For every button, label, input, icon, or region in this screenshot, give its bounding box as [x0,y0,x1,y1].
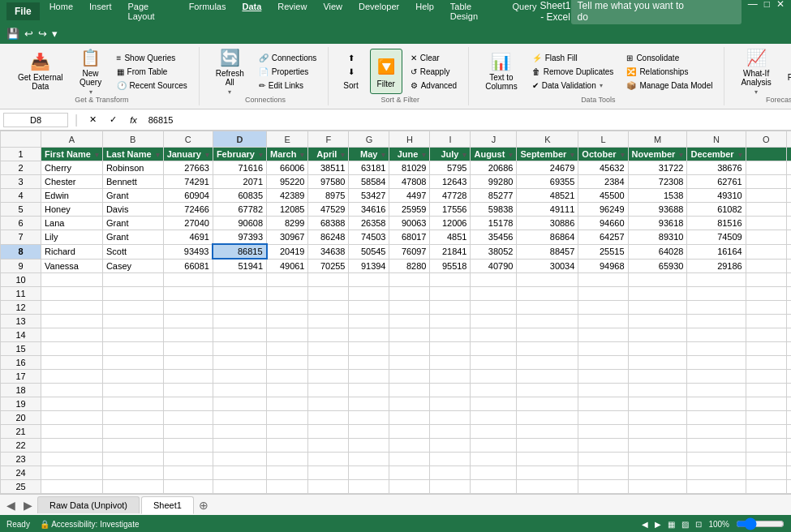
manage-data-button[interactable]: 📦 Manage Data Model [621,79,717,92]
cell-m8[interactable]: 64028 [628,244,687,259]
cell-o9[interactable] [746,259,786,273]
cell-c7[interactable]: 4691 [163,230,213,245]
cell-h6[interactable]: 90063 [389,217,430,230]
tab-review[interactable]: Review [274,0,310,23]
cell-e8[interactable]: 20419 [267,244,308,259]
cell-h8[interactable]: 76097 [389,244,430,259]
header-march[interactable]: March ▾ [267,148,308,161]
cell-e3[interactable]: 95220 [267,175,308,189]
get-external-data-button[interactable]: 📥 Get ExternalData [11,49,70,94]
cell-e6[interactable]: 8299 [267,217,308,230]
cell-g6[interactable]: 26358 [349,217,389,230]
cell-m2[interactable]: 31722 [628,161,687,175]
remove-dup-button[interactable]: 🗑 Remove Duplicates [527,66,619,78]
recent-sources-button[interactable]: 🕐 Recent Sources [112,79,192,92]
cell-m5[interactable]: 93688 [628,203,687,217]
cell-d5[interactable]: 67782 [213,203,266,217]
cell-i2[interactable]: 5795 [430,161,471,175]
header-april[interactable]: April ▾ [308,148,349,161]
confirm-formula-button[interactable]: ✓ [105,113,122,127]
cell-o4[interactable] [746,189,786,203]
cell-i4[interactable]: 47728 [430,189,471,203]
sheet-nav-next[interactable]: ▶ [20,499,36,512]
cell-m7[interactable]: 89310 [628,230,687,245]
cell-m3[interactable]: 72308 [628,175,687,189]
header-october[interactable]: October ▾ [578,148,628,161]
cell-b4[interactable]: Grant [102,189,163,203]
cell-j7[interactable]: 35456 [471,230,517,245]
cell-p4[interactable] [786,189,791,203]
cell-o6[interactable] [746,217,786,230]
sheet-nav-prev[interactable]: ◀ [3,499,19,512]
cell-l2[interactable]: 45632 [578,161,628,175]
page-layout-view-btn[interactable]: ▨ [681,520,689,529]
cell-d2[interactable]: 71616 [213,161,266,175]
header-september[interactable]: September ▾ [517,148,578,161]
col-header-J[interactable]: J [471,131,517,148]
cell-p9[interactable] [786,259,791,273]
scroll-right-btn[interactable]: ▶ [655,520,661,529]
cell-k6[interactable]: 30886 [517,217,578,230]
cell-c8[interactable]: 93493 [163,244,213,259]
cell-a5[interactable]: Honey [41,203,103,217]
tab-query[interactable]: Query [509,0,540,23]
reapply-button[interactable]: ↺ Reapply [406,66,462,78]
cell-g5[interactable]: 34616 [349,203,389,217]
cell-l8[interactable]: 25515 [578,244,628,259]
sort-desc-button[interactable]: ⬇ [343,66,359,78]
col-header-F[interactable]: F [308,131,349,148]
cell-g3[interactable]: 58584 [349,175,389,189]
cell-k3[interactable]: 69355 [517,175,578,189]
col-header-C[interactable]: C [163,131,213,148]
col-header-H[interactable]: H [389,131,430,148]
cell-h9[interactable]: 8280 [389,259,430,273]
cell-c5[interactable]: 72466 [163,203,213,217]
cell-m4[interactable]: 1538 [628,189,687,203]
col-header-K[interactable]: K [517,131,578,148]
text-to-columns-button[interactable]: 📊 Text toColumns [479,49,523,94]
cell-j9[interactable]: 40790 [471,259,517,273]
cell-b5[interactable]: Davis [102,203,163,217]
col-header-P[interactable]: P [786,131,791,148]
cell-c2[interactable]: 27663 [163,161,213,175]
sheet-tab-raw-data[interactable]: Raw Data (Unpivot) [37,496,140,513]
file-button[interactable]: File [6,2,40,20]
cell-l6[interactable]: 94660 [578,217,628,230]
cell-p5[interactable] [786,203,791,217]
cell-j3[interactable]: 99280 [471,175,517,189]
cell-d9[interactable]: 51941 [213,259,266,273]
cell-h4[interactable]: 4497 [389,189,430,203]
cell-a3[interactable]: Chester [41,175,103,189]
cell-n5[interactable]: 61082 [687,203,746,217]
cell-d3[interactable]: 2071 [213,175,266,189]
cell-j8[interactable]: 38052 [471,244,517,259]
data-validation-button[interactable]: ✔ Data Validation ▾ [527,79,619,92]
cell-m6[interactable]: 93618 [628,217,687,230]
connections-button[interactable]: 🔗 Connections [254,52,322,64]
maximize-btn[interactable]: □ [764,0,770,24]
sheet-area[interactable]: A B C D E F G H I J K L M N O P [0,131,791,494]
redo-icon[interactable]: ↪ [38,28,47,40]
cell-b3[interactable]: Bennett [102,175,163,189]
tab-formulas[interactable]: Formulas [186,0,230,23]
header-firstname[interactable]: First Name ▾ [41,148,103,161]
header-july[interactable]: July ▾ [430,148,471,161]
tab-insert[interactable]: Insert [86,0,115,23]
cell-k5[interactable]: 49111 [517,203,578,217]
filter-button[interactable]: 🔽 Filter [370,49,402,94]
col-header-D[interactable]: D [213,131,266,148]
col-header-L[interactable]: L [578,131,628,148]
consolidate-button[interactable]: ⊞ Consolidate [621,52,717,64]
cell-d8[interactable]: 86815 [213,244,266,259]
tab-developer[interactable]: Developer [355,0,402,23]
cell-b2[interactable]: Robinson [102,161,163,175]
cell-o3[interactable] [746,175,786,189]
col-header-B[interactable]: B [102,131,163,148]
col-header-I[interactable]: I [430,131,471,148]
header-november[interactable]: November ▾ [628,148,687,161]
tab-page-layout[interactable]: Page Layout [125,0,176,23]
refresh-all-button[interactable]: 🔄 RefreshAll ▾ [209,49,251,94]
insert-function-button[interactable]: fx [125,114,142,127]
cell-j6[interactable]: 15178 [471,217,517,230]
edit-links-button[interactable]: ✏ Edit Links [254,79,322,92]
